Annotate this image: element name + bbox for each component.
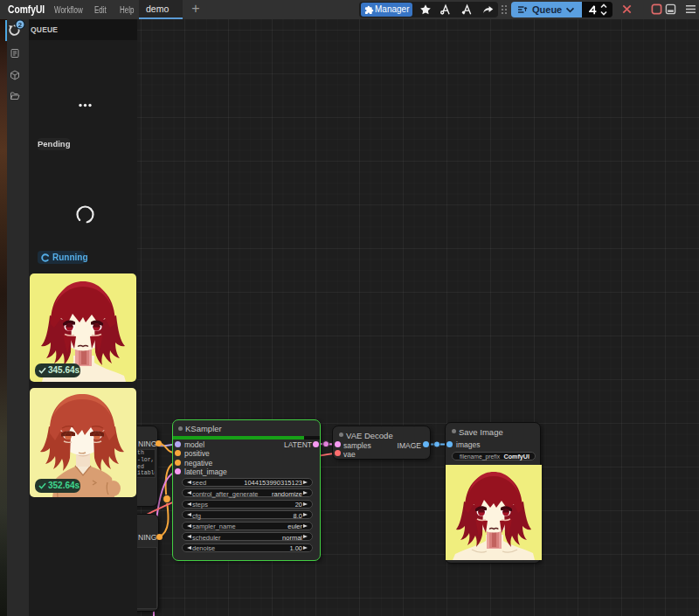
svg-text:2: 2 bbox=[18, 21, 22, 29]
